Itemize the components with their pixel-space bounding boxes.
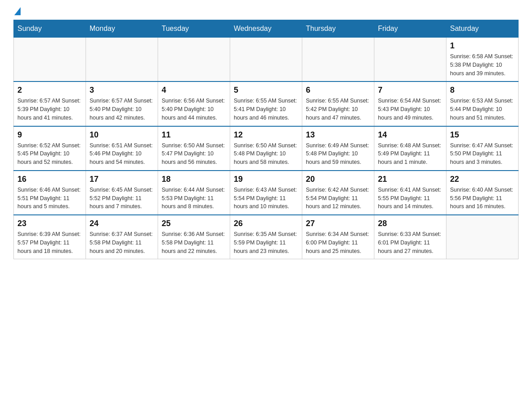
calendar-cell: 9Sunrise: 6:52 AM Sunset: 5:45 PM Daylig… xyxy=(14,126,86,171)
day-number: 25 xyxy=(162,219,226,228)
weekday-header-wednesday: Wednesday xyxy=(230,20,302,38)
weekday-header-saturday: Saturday xyxy=(446,20,519,38)
day-info: Sunrise: 6:40 AM Sunset: 5:56 PM Dayligh… xyxy=(450,186,515,211)
day-info: Sunrise: 6:43 AM Sunset: 5:54 PM Dayligh… xyxy=(234,186,298,211)
day-info: Sunrise: 6:33 AM Sunset: 6:01 PM Dayligh… xyxy=(378,230,442,255)
day-number: 21 xyxy=(378,175,442,184)
calendar-cell: 13Sunrise: 6:49 AM Sunset: 5:48 PM Dayli… xyxy=(302,126,374,171)
calendar-cell: 1Sunrise: 6:58 AM Sunset: 5:38 PM Daylig… xyxy=(446,38,519,82)
calendar-table: SundayMondayTuesdayWednesdayThursdayFrid… xyxy=(13,20,519,259)
day-number: 9 xyxy=(17,130,82,140)
calendar-cell xyxy=(302,38,374,82)
day-number: 4 xyxy=(162,86,226,95)
day-info: Sunrise: 6:56 AM Sunset: 5:40 PM Dayligh… xyxy=(162,97,226,122)
calendar-cell: 10Sunrise: 6:51 AM Sunset: 5:46 PM Dayli… xyxy=(86,126,158,171)
calendar-week-row: 16Sunrise: 6:46 AM Sunset: 5:51 PM Dayli… xyxy=(14,171,519,215)
day-info: Sunrise: 6:37 AM Sunset: 5:58 PM Dayligh… xyxy=(90,230,154,255)
calendar-cell xyxy=(158,38,230,82)
calendar-cell: 24Sunrise: 6:37 AM Sunset: 5:58 PM Dayli… xyxy=(86,215,158,259)
calendar-cell: 12Sunrise: 6:50 AM Sunset: 5:48 PM Dayli… xyxy=(230,126,302,171)
day-info: Sunrise: 6:39 AM Sunset: 5:57 PM Dayligh… xyxy=(17,230,82,255)
calendar-cell: 17Sunrise: 6:45 AM Sunset: 5:52 PM Dayli… xyxy=(86,171,158,215)
day-number: 23 xyxy=(17,219,82,228)
day-info: Sunrise: 6:58 AM Sunset: 5:38 PM Dayligh… xyxy=(450,52,515,77)
day-info: Sunrise: 6:50 AM Sunset: 5:47 PM Dayligh… xyxy=(162,141,226,167)
day-info: Sunrise: 6:41 AM Sunset: 5:55 PM Dayligh… xyxy=(378,186,442,211)
day-number: 5 xyxy=(234,86,298,95)
calendar-cell: 16Sunrise: 6:46 AM Sunset: 5:51 PM Dayli… xyxy=(14,171,86,215)
calendar-week-row: 1Sunrise: 6:58 AM Sunset: 5:38 PM Daylig… xyxy=(14,38,519,82)
weekday-header-sunday: Sunday xyxy=(14,20,86,38)
calendar-cell: 6Sunrise: 6:55 AM Sunset: 5:42 PM Daylig… xyxy=(302,81,374,126)
calendar-cell: 21Sunrise: 6:41 AM Sunset: 5:55 PM Dayli… xyxy=(374,171,446,215)
day-number: 17 xyxy=(90,175,154,184)
calendar-cell: 27Sunrise: 6:34 AM Sunset: 6:00 PM Dayli… xyxy=(302,215,374,259)
day-info: Sunrise: 6:55 AM Sunset: 5:41 PM Dayligh… xyxy=(234,97,298,122)
weekday-header-friday: Friday xyxy=(374,20,446,38)
day-number: 14 xyxy=(378,130,442,140)
calendar-header-row: SundayMondayTuesdayWednesdayThursdayFrid… xyxy=(14,20,519,38)
weekday-header-tuesday: Tuesday xyxy=(158,20,230,38)
calendar-cell: 28Sunrise: 6:33 AM Sunset: 6:01 PM Dayli… xyxy=(374,215,446,259)
day-info: Sunrise: 6:45 AM Sunset: 5:52 PM Dayligh… xyxy=(90,186,154,211)
calendar-cell: 7Sunrise: 6:54 AM Sunset: 5:43 PM Daylig… xyxy=(374,81,446,126)
day-number: 26 xyxy=(234,219,298,228)
day-info: Sunrise: 6:34 AM Sunset: 6:00 PM Dayligh… xyxy=(306,230,370,255)
day-info: Sunrise: 6:48 AM Sunset: 5:49 PM Dayligh… xyxy=(378,141,442,167)
day-info: Sunrise: 6:57 AM Sunset: 5:40 PM Dayligh… xyxy=(90,97,154,122)
logo xyxy=(13,9,21,15)
day-number: 2 xyxy=(17,86,82,95)
day-info: Sunrise: 6:54 AM Sunset: 5:43 PM Dayligh… xyxy=(378,97,442,122)
day-number: 24 xyxy=(90,219,154,228)
day-number: 11 xyxy=(162,130,226,140)
calendar-cell: 25Sunrise: 6:36 AM Sunset: 5:58 PM Dayli… xyxy=(158,215,230,259)
calendar-cell: 22Sunrise: 6:40 AM Sunset: 5:56 PM Dayli… xyxy=(446,171,519,215)
page-header xyxy=(13,9,519,15)
calendar-cell: 4Sunrise: 6:56 AM Sunset: 5:40 PM Daylig… xyxy=(158,81,230,126)
day-info: Sunrise: 6:53 AM Sunset: 5:44 PM Dayligh… xyxy=(450,97,515,122)
calendar-cell: 19Sunrise: 6:43 AM Sunset: 5:54 PM Dayli… xyxy=(230,171,302,215)
calendar-cell xyxy=(374,38,446,82)
day-number: 28 xyxy=(378,219,442,228)
calendar-cell xyxy=(86,38,158,82)
day-number: 7 xyxy=(378,86,442,95)
calendar-cell xyxy=(446,215,519,259)
day-number: 1 xyxy=(450,41,515,51)
day-number: 13 xyxy=(306,130,370,140)
day-info: Sunrise: 6:50 AM Sunset: 5:48 PM Dayligh… xyxy=(234,141,298,167)
day-number: 19 xyxy=(234,175,298,184)
day-number: 10 xyxy=(90,130,154,140)
day-number: 16 xyxy=(17,175,82,184)
day-number: 27 xyxy=(306,219,370,228)
calendar-week-row: 23Sunrise: 6:39 AM Sunset: 5:57 PM Dayli… xyxy=(14,215,519,259)
day-number: 8 xyxy=(450,86,515,95)
day-info: Sunrise: 6:51 AM Sunset: 5:46 PM Dayligh… xyxy=(90,141,154,167)
weekday-header-thursday: Thursday xyxy=(302,20,374,38)
weekday-header-monday: Monday xyxy=(86,20,158,38)
calendar-cell: 18Sunrise: 6:44 AM Sunset: 5:53 PM Dayli… xyxy=(158,171,230,215)
calendar-cell: 5Sunrise: 6:55 AM Sunset: 5:41 PM Daylig… xyxy=(230,81,302,126)
calendar-cell xyxy=(14,38,86,82)
calendar-cell: 3Sunrise: 6:57 AM Sunset: 5:40 PM Daylig… xyxy=(86,81,158,126)
calendar-cell: 14Sunrise: 6:48 AM Sunset: 5:49 PM Dayli… xyxy=(374,126,446,171)
calendar-cell: 15Sunrise: 6:47 AM Sunset: 5:50 PM Dayli… xyxy=(446,126,519,171)
calendar-cell: 8Sunrise: 6:53 AM Sunset: 5:44 PM Daylig… xyxy=(446,81,519,126)
day-info: Sunrise: 6:47 AM Sunset: 5:50 PM Dayligh… xyxy=(450,141,515,167)
day-info: Sunrise: 6:44 AM Sunset: 5:53 PM Dayligh… xyxy=(162,186,226,211)
day-info: Sunrise: 6:36 AM Sunset: 5:58 PM Dayligh… xyxy=(162,230,226,255)
calendar-cell: 20Sunrise: 6:42 AM Sunset: 5:54 PM Dayli… xyxy=(302,171,374,215)
day-info: Sunrise: 6:35 AM Sunset: 5:59 PM Dayligh… xyxy=(234,230,298,255)
calendar-week-row: 9Sunrise: 6:52 AM Sunset: 5:45 PM Daylig… xyxy=(14,126,519,171)
calendar-cell: 11Sunrise: 6:50 AM Sunset: 5:47 PM Dayli… xyxy=(158,126,230,171)
day-number: 20 xyxy=(306,175,370,184)
day-number: 6 xyxy=(306,86,370,95)
day-info: Sunrise: 6:57 AM Sunset: 5:39 PM Dayligh… xyxy=(17,97,82,122)
day-number: 22 xyxy=(450,175,515,184)
day-number: 3 xyxy=(90,86,154,95)
day-info: Sunrise: 6:52 AM Sunset: 5:45 PM Dayligh… xyxy=(17,141,82,167)
calendar-cell: 23Sunrise: 6:39 AM Sunset: 5:57 PM Dayli… xyxy=(14,215,86,259)
day-number: 12 xyxy=(234,130,298,140)
day-info: Sunrise: 6:42 AM Sunset: 5:54 PM Dayligh… xyxy=(306,186,370,211)
day-info: Sunrise: 6:49 AM Sunset: 5:48 PM Dayligh… xyxy=(306,141,370,167)
day-number: 18 xyxy=(162,175,226,184)
